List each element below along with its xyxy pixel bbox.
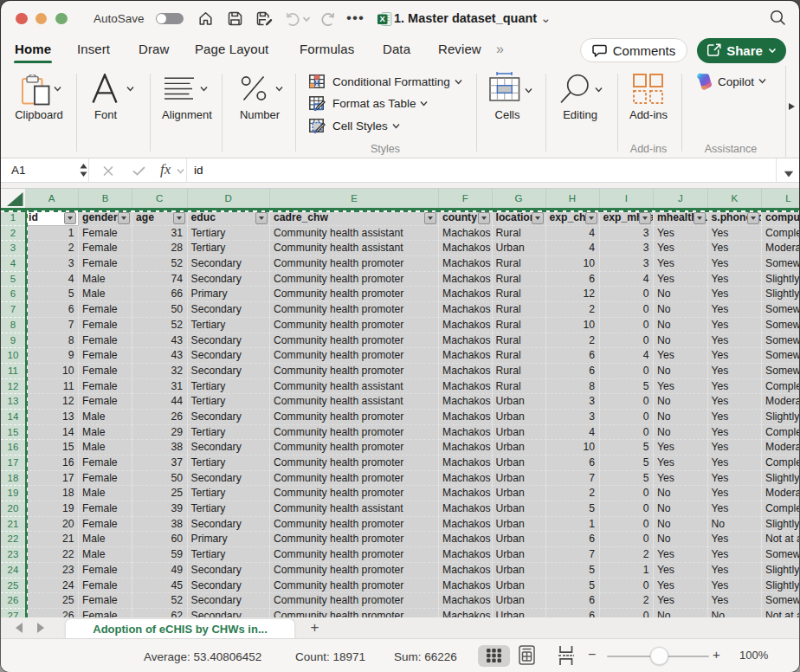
svg-text:X: X	[380, 14, 386, 23]
